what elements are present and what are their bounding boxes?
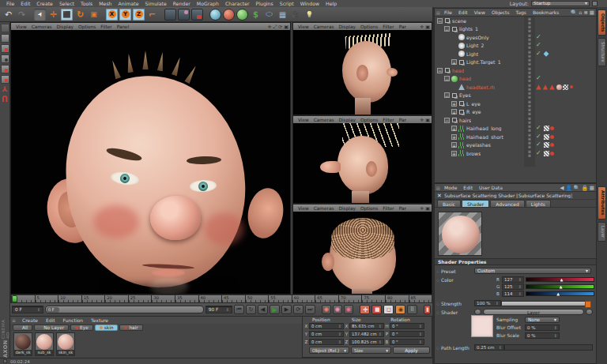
strength-field[interactable]: 100 %⇕ bbox=[474, 300, 501, 306]
attribute-menu-item[interactable]: User Data bbox=[476, 185, 506, 190]
record-keyframe-button[interactable] bbox=[322, 305, 331, 314]
grid-icon[interactable]: ▦ bbox=[590, 185, 594, 191]
viewport-menu-item[interactable]: Display bbox=[337, 24, 358, 29]
object-row[interactable]: R_eye bbox=[435, 108, 596, 117]
array-menu-button[interactable] bbox=[277, 9, 288, 21]
check-tag-icon[interactable] bbox=[536, 134, 542, 140]
apply-button[interactable]: Apply bbox=[393, 347, 430, 354]
slider-handle[interactable] bbox=[560, 286, 563, 289]
visibility-dots[interactable] bbox=[524, 108, 534, 115]
menu-item[interactable]: Tools bbox=[77, 0, 96, 7]
play-backwards-button[interactable] bbox=[258, 305, 268, 314]
key-scale-toggle[interactable] bbox=[371, 305, 382, 314]
htex-tag-icon[interactable] bbox=[544, 134, 549, 140]
play-button[interactable] bbox=[270, 305, 280, 314]
material-thumbnail[interactable]: dark_sk bbox=[13, 332, 32, 356]
object-manager-menu-item[interactable]: Edit bbox=[455, 9, 471, 15]
object-tags[interactable] bbox=[534, 142, 596, 148]
rotation-p-field[interactable]: 0 °⇕ bbox=[390, 331, 424, 337]
camera-menu-button[interactable] bbox=[290, 9, 302, 21]
object-manager-menu-item[interactable]: View bbox=[471, 9, 488, 15]
visibility-dots[interactable] bbox=[524, 25, 534, 32]
size-y-field[interactable]: 137.482 cm⇕ bbox=[349, 331, 384, 337]
blue-slider[interactable] bbox=[526, 291, 594, 296]
timeline-scrubber[interactable]: 0 F bbox=[45, 306, 204, 313]
visibility-dots[interactable] bbox=[524, 67, 534, 74]
object-row[interactable]: brows bbox=[435, 149, 596, 158]
object-label[interactable]: L_eye bbox=[466, 101, 481, 107]
viewport-canvas[interactable] bbox=[11, 30, 290, 294]
lock-x-axis-button[interactable] bbox=[106, 9, 118, 21]
make-editable-button[interactable] bbox=[1, 24, 9, 32]
list-icon[interactable]: ≣ bbox=[583, 9, 587, 16]
user-icon[interactable]: 👤 bbox=[565, 185, 571, 191]
edges-mode-button[interactable] bbox=[1, 65, 9, 73]
dock-tab[interactable]: Attributes bbox=[598, 186, 606, 220]
material-menu-item[interactable]: Function bbox=[59, 317, 88, 323]
viewport-menu-item[interactable]: Filter bbox=[98, 24, 114, 29]
object-label[interactable]: scene bbox=[452, 18, 466, 24]
check-tag-icon[interactable] bbox=[536, 142, 542, 148]
uvw-tag-icon[interactable] bbox=[563, 84, 568, 90]
attribute-menu-item[interactable]: Edit bbox=[460, 185, 476, 190]
material-layer-tab[interactable]: Eye bbox=[70, 325, 93, 331]
expand-toggle-icon[interactable] bbox=[451, 59, 457, 65]
object-row[interactable]: Hairhead_short bbox=[435, 133, 596, 141]
check-tag-icon[interactable] bbox=[536, 151, 542, 156]
hdot-tag-icon[interactable] bbox=[550, 126, 554, 130]
visibility-dots[interactable] bbox=[524, 75, 534, 82]
menu-item[interactable]: Character bbox=[222, 0, 253, 7]
current-frame-field[interactable]: 0 F⇕ bbox=[12, 306, 43, 313]
object-tags[interactable] bbox=[534, 51, 596, 57]
attribute-menu-item[interactable]: Mode bbox=[441, 185, 460, 190]
sel-tag-icon[interactable] bbox=[543, 84, 549, 90]
viewport-menu-item[interactable]: Panel bbox=[397, 206, 406, 211]
polygons-mode-button[interactable] bbox=[1, 75, 9, 84]
live-selection-tool[interactable] bbox=[34, 9, 46, 21]
visibility-dots[interactable] bbox=[524, 58, 534, 66]
object-label[interactable]: head bbox=[452, 68, 464, 73]
check-tag-icon[interactable] bbox=[536, 76, 542, 81]
expand-toggle-icon[interactable] bbox=[451, 142, 457, 148]
viewport-menu-item[interactable]: Filter bbox=[380, 24, 396, 29]
end-frame-field[interactable]: 90 F⇕ bbox=[205, 306, 232, 313]
object-row[interactable]: Eyes bbox=[435, 92, 596, 100]
visibility-dots[interactable] bbox=[524, 51, 534, 58]
preset-select[interactable]: Custom▾ bbox=[474, 268, 591, 274]
viewport-menu-item[interactable]: Panel bbox=[115, 24, 132, 29]
seldot-tag-icon[interactable] bbox=[570, 85, 573, 88]
expand-toggle-icon[interactable] bbox=[437, 18, 443, 24]
rotation-h-field[interactable]: 0 °⇕ bbox=[390, 323, 424, 329]
object-label[interactable]: headtext.rh bbox=[466, 84, 495, 90]
htex-tag-icon[interactable] bbox=[544, 126, 549, 131]
object-row[interactable]: hairs bbox=[435, 116, 596, 125]
object-label[interactable]: head bbox=[459, 76, 471, 81]
object-manager-menu-item[interactable]: File bbox=[441, 9, 455, 15]
object-label[interactable]: Light.Target_1 bbox=[466, 59, 501, 65]
material-layer-tab[interactable]: hair bbox=[119, 325, 142, 331]
key-rotation-toggle[interactable] bbox=[383, 305, 394, 314]
check-tag-icon[interactable] bbox=[536, 43, 542, 48]
path-length-slider[interactable] bbox=[504, 344, 593, 351]
attribute-tab[interactable]: Basic bbox=[437, 200, 461, 207]
viewport-menu-item[interactable]: Cameras bbox=[311, 118, 337, 122]
solo-toggle[interactable] bbox=[424, 305, 431, 314]
object-tags[interactable] bbox=[534, 151, 596, 156]
layout-select[interactable]: Startup ▾ bbox=[531, 1, 590, 6]
viewport-menu-item[interactable]: Display bbox=[337, 118, 358, 122]
maximize-view-icon[interactable] bbox=[425, 205, 430, 211]
check-tag-icon[interactable] bbox=[536, 126, 542, 131]
slider-handle[interactable] bbox=[560, 279, 564, 282]
hdot-tag-icon[interactable] bbox=[550, 152, 554, 156]
viewport-menu-item[interactable]: Filter bbox=[380, 118, 396, 122]
autokey-button[interactable] bbox=[333, 305, 342, 314]
expand-toggle-icon[interactable] bbox=[451, 84, 457, 90]
generators-menu-button[interactable] bbox=[236, 9, 248, 21]
search-icon[interactable]: 🔍 bbox=[571, 9, 577, 16]
visibility-dots[interactable] bbox=[524, 84, 534, 91]
object-label[interactable]: Hairhead_short bbox=[466, 134, 503, 140]
object-label[interactable]: R_eye bbox=[466, 109, 481, 114]
scale-tool[interactable] bbox=[61, 9, 73, 21]
points-mode-button[interactable] bbox=[1, 54, 9, 63]
viewport-canvas[interactable] bbox=[293, 30, 432, 114]
